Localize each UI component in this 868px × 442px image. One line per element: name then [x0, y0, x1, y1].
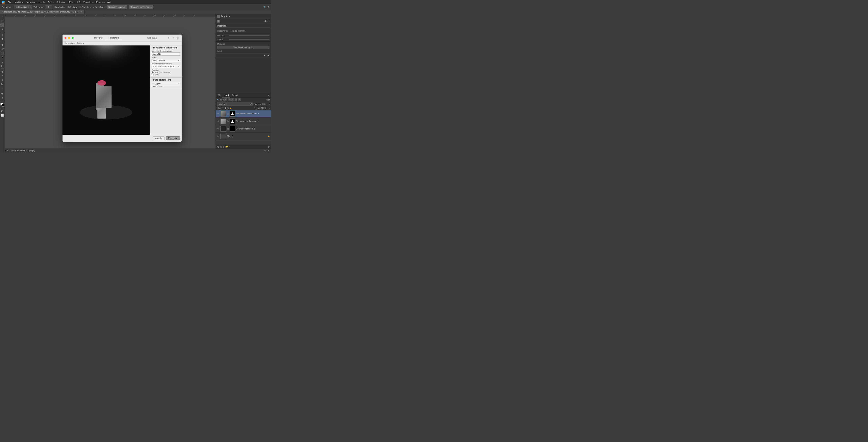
link-layers-icon[interactable]: ⛓ — [217, 146, 219, 148]
campiona-checkbox[interactable] — [79, 6, 81, 8]
dialog-close-x-icon[interactable]: ⊟ — [177, 36, 180, 39]
blend-mode-select[interactable]: Normale — [217, 102, 253, 106]
menu-edit[interactable]: Modifica — [15, 1, 23, 3]
scala-dropdown[interactable]: Bianco brillante ▾ — [152, 59, 180, 62]
dialog-maximize-button[interactable] — [72, 37, 73, 39]
pen-tool[interactable]: ✒ — [0, 73, 4, 78]
history-tool[interactable]: ↺ — [0, 55, 4, 59]
tab-rendering[interactable]: Rendering — [105, 36, 122, 40]
path-select-tool[interactable]: ▷ — [0, 82, 4, 86]
quick-mask-tool[interactable]: ◧ — [0, 109, 4, 113]
status-arrow-right[interactable]: ▶ — [268, 149, 270, 152]
formato-png-radio[interactable] — [152, 74, 154, 76]
prop-btn-1[interactable]: ◈ — [264, 54, 265, 56]
foreground-color[interactable] — [0, 102, 4, 107]
feather-slider[interactable] — [229, 39, 270, 40]
stamp-tool[interactable]: ⬛ — [0, 51, 4, 55]
menu-3d[interactable]: 3D — [77, 1, 80, 3]
share-icon[interactable]: ↑ — [167, 36, 170, 39]
menu-filter[interactable]: Filtro — [69, 1, 74, 3]
props-icon-2[interactable]: ⛶ — [268, 20, 270, 23]
mask-icon[interactable] — [217, 20, 220, 23]
settings-section-header[interactable]: ▾ Impostazioni di rendering — [152, 47, 180, 49]
zoom-tool[interactable]: ⊕ — [0, 96, 4, 100]
layer-item-gradient2[interactable]: 👁 ⛓ Riempimento sfumatura 2 — [216, 110, 271, 118]
delete-layer-icon[interactable]: 🗑 — [268, 146, 270, 148]
anti-alias-checkbox[interactable] — [54, 6, 56, 8]
panel-menu-icon[interactable]: ☰ — [267, 93, 270, 97]
punto-campione-dropdown[interactable]: Punto campione ▾ — [14, 5, 32, 9]
eraser-tool[interactable]: ◻ — [0, 60, 4, 63]
menu-help[interactable]: Aiuto — [107, 1, 112, 3]
seleziona-maschera-prop-button[interactable]: Seleziona e maschera... — [217, 46, 270, 49]
lock-pixels-icon[interactable]: ⬚ — [222, 107, 224, 109]
menu-window[interactable]: Finestra — [96, 1, 104, 3]
layer-visibility-background[interactable]: 👁 — [217, 135, 220, 138]
tab-canali[interactable]: Canali — [230, 93, 239, 97]
layer-visibility-gradient2[interactable]: 👁 — [217, 112, 220, 115]
new-layer-icon[interactable]: + — [229, 146, 230, 148]
tab-3d[interactable]: 3D — [217, 93, 222, 97]
tab-livelli[interactable]: Livelli — [222, 93, 230, 97]
screen-mode[interactable]: ⬜ — [0, 113, 4, 117]
prop-btn-3[interactable]: ◧ — [268, 54, 270, 56]
crop-tool[interactable]: ⊞ — [0, 33, 4, 37]
add-mask-icon[interactable]: ⊕ — [264, 20, 267, 23]
layer-item-gradient1[interactable]: 👁 ⛓ Riempimento sfumatura 1 — [216, 118, 271, 125]
rendering-button[interactable]: Rendering — [166, 137, 180, 140]
dodge-tool[interactable]: ◑ — [0, 69, 4, 73]
hand-tool[interactable]: ☚ — [0, 92, 4, 96]
tab-disegno[interactable]: Disegno — [91, 36, 105, 40]
formato-psd-radio[interactable] — [152, 71, 154, 73]
layer-item-color1[interactable]: 👁 ⛓ Colore riempimento 1 — [216, 125, 271, 132]
lock-position-icon[interactable]: ✚ — [225, 107, 226, 109]
menu-select[interactable]: Selezione — [56, 1, 66, 3]
density-slider[interactable] — [229, 35, 270, 36]
contigui-checkbox[interactable] — [67, 6, 69, 8]
move-tool[interactable]: ↖ — [0, 15, 4, 19]
menu-file[interactable]: File — [8, 1, 11, 3]
magic-wand-tool[interactable]: ✦ — [0, 27, 4, 31]
filter-adjust-icon[interactable]: ◈ — [228, 98, 230, 101]
nome-file-input[interactable] — [152, 52, 180, 56]
select-tool[interactable]: ⬚ — [0, 19, 4, 23]
status-arrow-left[interactable]: ◀ — [264, 149, 266, 152]
tolleranza-input[interactable] — [45, 5, 52, 9]
filter-shape-icon[interactable]: ◻ — [235, 98, 237, 101]
seleziona-maschera-button[interactable]: Seleziona e maschera... — [129, 5, 153, 9]
brush-tool[interactable]: 🖌 — [0, 47, 4, 51]
lasso-tool[interactable]: ⌖ — [0, 23, 4, 27]
add-style-icon[interactable]: fx — [220, 146, 222, 148]
shape-tool[interactable]: ◻ — [0, 86, 4, 90]
filter-smart-icon[interactable]: ⚙ — [238, 98, 241, 101]
status-item-close-icon[interactable]: ✕ — [178, 82, 179, 85]
prop-btn-2[interactable]: ⊡ — [266, 54, 268, 56]
gradient-tool[interactable]: ◱ — [0, 64, 4, 68]
new-group-icon[interactable]: 📁 — [225, 145, 228, 148]
canvas-area[interactable]: Disegno Rendering test_lights ↑ ? ⊟ Dime… — [5, 17, 216, 149]
type-tool[interactable]: T — [0, 78, 4, 82]
percorso-dropdown[interactable]: C:\Users\Alessandro\Desktop\ ▾ — [152, 65, 180, 68]
heal-tool[interactable]: ✚ — [0, 43, 4, 47]
eyedropper-tool[interactable]: ⚗ — [0, 37, 4, 41]
menu-image[interactable]: Immagine — [26, 1, 35, 3]
dialog-close-button[interactable] — [64, 37, 66, 39]
filter-toggle[interactable] — [266, 99, 270, 101]
layer-item-background[interactable]: 👁 Sfondo 🔒 — [216, 132, 271, 140]
menu-layer[interactable]: Livello — [39, 1, 45, 3]
doc-tab-close[interactable]: ✕ — [81, 11, 82, 13]
document-tab[interactable]: Schermata 2019-03-29 alle 09.40.58.jpg @… — [0, 10, 85, 14]
annulla-button[interactable]: Annulla — [153, 137, 164, 140]
seleziona-soggetto-button[interactable]: Seleziona soggetto — [106, 5, 127, 9]
filter-kind-icon[interactable]: ⊡ — [224, 98, 227, 101]
menu-view[interactable]: Visualizza — [83, 1, 93, 3]
add-mask-icon[interactable]: ◧ — [222, 145, 224, 148]
help-icon[interactable]: ? — [172, 36, 175, 39]
lock-artboard-icon[interactable]: ⊞ — [227, 107, 228, 109]
layer-visibility-gradient1[interactable]: 👁 — [217, 120, 220, 123]
layer-visibility-color1[interactable]: 👁 — [217, 127, 220, 130]
filter-text-icon[interactable]: T — [231, 98, 234, 101]
lock-all-icon[interactable]: 🔒 — [229, 107, 232, 109]
menu-type[interactable]: Testo — [48, 1, 53, 3]
dialog-minimize-button[interactable] — [68, 37, 70, 39]
